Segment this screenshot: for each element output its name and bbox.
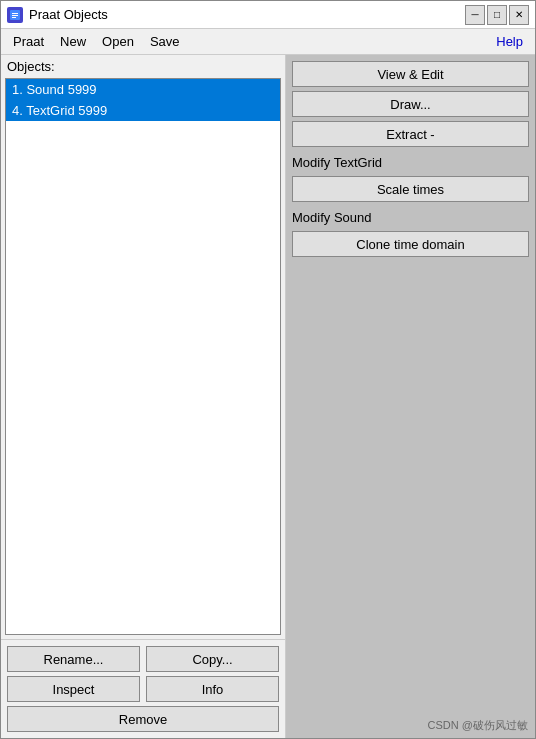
info-button[interactable]: Info <box>146 676 279 702</box>
close-button[interactable]: ✕ <box>509 5 529 25</box>
objects-label: Objects: <box>1 55 285 78</box>
watermark: CSDN @破伤风过敏 <box>428 718 528 733</box>
clone-time-domain-button[interactable]: Clone time domain <box>292 231 529 257</box>
extract-button[interactable]: Extract - <box>292 121 529 147</box>
list-item[interactable]: 4. TextGrid 5999 <box>6 100 280 121</box>
svg-rect-3 <box>12 17 16 18</box>
copy-button[interactable]: Copy... <box>146 646 279 672</box>
svg-rect-2 <box>12 15 18 16</box>
bottom-buttons-panel: Rename... Copy... Inspect Info Remove <box>1 639 285 738</box>
draw-button[interactable]: Draw... <box>292 91 529 117</box>
view-edit-button[interactable]: View & Edit <box>292 61 529 87</box>
menu-save[interactable]: Save <box>142 32 188 51</box>
menu-bar: Praat New Open Save Help <box>1 29 535 55</box>
scale-times-button[interactable]: Scale times <box>292 176 529 202</box>
right-panel: View & Edit Draw... Extract - Modify Tex… <box>286 55 535 738</box>
menu-new[interactable]: New <box>52 32 94 51</box>
remove-button[interactable]: Remove <box>7 706 279 732</box>
window-title: Praat Objects <box>29 7 459 22</box>
menu-praat[interactable]: Praat <box>5 32 52 51</box>
rename-button[interactable]: Rename... <box>7 646 140 672</box>
list-item[interactable]: 1. Sound 5999 <box>6 79 280 100</box>
minimize-button[interactable]: ─ <box>465 5 485 25</box>
inspect-button[interactable]: Inspect <box>7 676 140 702</box>
modify-textgrid-label: Modify TextGrid <box>292 151 529 172</box>
app-icon <box>7 7 23 23</box>
maximize-button[interactable]: □ <box>487 5 507 25</box>
menu-help[interactable]: Help <box>488 32 531 51</box>
menu-open[interactable]: Open <box>94 32 142 51</box>
objects-list: 1. Sound 5999 4. TextGrid 5999 <box>5 78 281 635</box>
modify-sound-label: Modify Sound <box>292 206 529 227</box>
svg-rect-1 <box>12 13 18 14</box>
